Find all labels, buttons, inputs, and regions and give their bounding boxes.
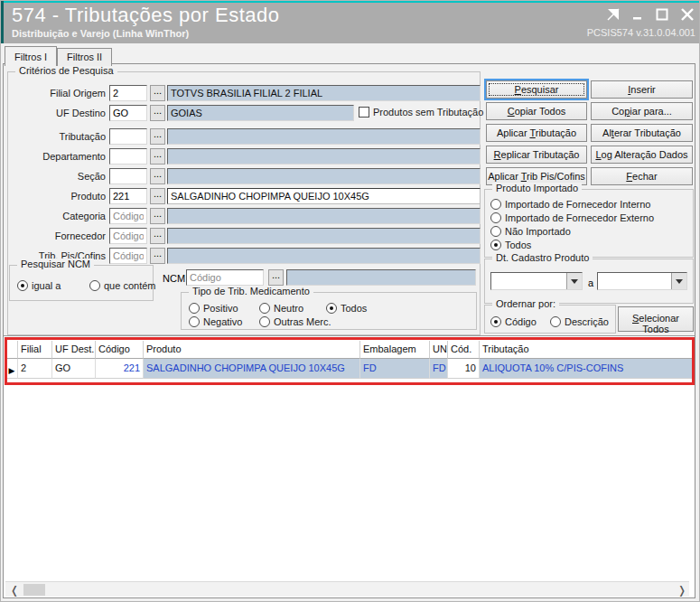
uf-destino-browse-button[interactable]: ...	[150, 105, 165, 121]
radio-positivo[interactable]: Positivo	[189, 302, 238, 314]
fornecedor-input[interactable]	[109, 228, 147, 244]
radio-todos-med-icon	[326, 303, 337, 314]
departamento-label: Departamento	[8, 151, 106, 162]
pesquisar-button[interactable]: Pesquisar	[486, 80, 587, 99]
col-filial: Filial	[18, 341, 52, 359]
radio-todos-importado[interactable]: Todos	[490, 239, 531, 250]
replicar-tributacao-button[interactable]: Replicar Tributação	[486, 146, 587, 164]
radio-todos-importado-icon	[490, 240, 501, 250]
categoria-input[interactable]	[109, 208, 147, 224]
radio-igual-a-icon	[17, 280, 28, 291]
departamento-input[interactable]	[109, 148, 147, 165]
field-row-tributacao: Tributação ...	[8, 128, 480, 145]
radio-neutro-icon	[259, 303, 270, 314]
table-row[interactable]: ▶ 2 GO 221 SALGADINHO CHOPIMPA QUEIJO 10…	[6, 359, 695, 379]
filial-origem-label: Filial Origem	[8, 88, 106, 99]
secao-input[interactable]	[109, 168, 147, 184]
ordenar-por-groupbox: Ordernar por: Código Descrição	[484, 305, 616, 334]
dt-to-dropdown-button[interactable]	[671, 273, 686, 289]
radio-nao-importado[interactable]: Não Importado	[490, 225, 571, 237]
tab-filtros-i[interactable]: Filtros I	[5, 46, 57, 66]
ncm-input[interactable]	[186, 269, 264, 286]
filial-origem-input[interactable]	[109, 85, 147, 101]
trib-pis-cofins-browse-button[interactable]: ...	[150, 248, 165, 264]
tributacao-display	[167, 128, 481, 145]
col-produto: Produto	[144, 341, 360, 359]
radio-neutro[interactable]: Neutro	[259, 302, 303, 314]
col-tributacao: Tributação	[480, 341, 695, 359]
trib-pis-cofins-display	[167, 248, 481, 264]
radio-importado-externo[interactable]: Importado de Fornecedor Externo	[490, 212, 654, 223]
tributacao-browse-button[interactable]: ...	[150, 128, 165, 145]
aplicar-tributacao-button[interactable]: Aplicar Tributação	[486, 124, 587, 142]
trib-pis-cofins-input[interactable]	[109, 248, 147, 264]
categoria-browse-button[interactable]: ...	[150, 208, 165, 224]
radio-todos-med[interactable]: Todos	[326, 302, 367, 314]
filial-origem-browse-button[interactable]: ...	[150, 85, 165, 101]
radio-negativo[interactable]: Negativo	[189, 315, 242, 327]
fornecedor-browse-button[interactable]: ...	[150, 228, 165, 244]
radio-que-contem[interactable]: que contém	[89, 279, 155, 291]
produto-importado-groupbox: Produto Importado Importado de Fornecedo…	[484, 189, 694, 258]
inserir-button[interactable]: Inserir	[591, 80, 693, 99]
maximize-icon[interactable]	[656, 8, 668, 21]
log-alteracao-dados-button[interactable]: Log Alteração Dados	[591, 146, 693, 164]
grid-selector-header	[6, 341, 18, 359]
dt-cadastro-to-combobox[interactable]	[597, 272, 687, 290]
radio-importado-interno[interactable]: Importado de Fornecedor Interno	[490, 198, 650, 210]
cell-filial: 2	[18, 359, 52, 379]
produto-browse-button[interactable]: ...	[150, 188, 165, 204]
horizontal-scrollbar[interactable]: ❬ ❭	[5, 581, 689, 597]
radio-ordenar-codigo[interactable]: Código	[490, 315, 537, 327]
produtos-sem-tributacao-checkbox[interactable]	[359, 107, 369, 118]
cell-codigo: 221	[96, 359, 144, 379]
scroll-right-icon[interactable]: ❭	[675, 583, 689, 597]
chevron-down-icon	[676, 279, 683, 284]
rollup-icon[interactable]	[607, 8, 620, 21]
uf-destino-display: GOIAS	[167, 105, 354, 121]
minimize-icon[interactable]	[632, 8, 643, 21]
tab-filtros-ii[interactable]: Filtros II	[57, 48, 112, 66]
title-bar[interactable]: 574 - Tributações por Estado Distribuiçã…	[1, 1, 700, 43]
categoria-display	[167, 208, 481, 224]
produto-label: Produto	[8, 191, 106, 202]
window-title: 574 - Tributações por Estado	[12, 4, 280, 27]
copiar-todos-button[interactable]: Copiar Todos	[486, 102, 587, 120]
cell-un: FD	[430, 359, 448, 379]
dt-from-dropdown-button[interactable]	[566, 273, 582, 289]
departamento-browse-button[interactable]: ...	[150, 148, 165, 165]
uf-destino-input[interactable]	[109, 105, 147, 121]
ncm-browse-button[interactable]: ...	[268, 269, 284, 286]
radio-ordenar-descricao-icon	[550, 316, 561, 327]
pesquisar-ncm-groupbox: Pesquisar NCM igual a que contém	[9, 265, 154, 301]
results-grid: Filial UF Dest. Código Produto Embalagem…	[6, 341, 695, 379]
app-window: 574 - Tributações por Estado Distribuiçã…	[0, 0, 700, 602]
filters-page: Critérios de Pesquisa Filial Origem ... …	[3, 63, 695, 598]
copiar-para-button[interactable]: Copiar para...	[591, 102, 693, 120]
radio-igual-a[interactable]: igual a	[17, 279, 61, 291]
fechar-button[interactable]: Fechar	[591, 167, 693, 185]
produto-input[interactable]	[109, 188, 147, 204]
radio-ordenar-descricao[interactable]: Descrição	[550, 315, 609, 327]
dt-cadastro-from-combobox[interactable]	[490, 272, 583, 290]
tributacao-input[interactable]	[109, 128, 147, 145]
field-row-departamento: Departamento ...	[8, 148, 480, 165]
ncm-display	[286, 269, 476, 286]
radio-outras-merc-icon	[259, 316, 270, 327]
field-row-fornecedor: Fornecedor ...	[8, 228, 480, 244]
window-subtitle: Distribuição e Varejo (Linha WinThor)	[12, 28, 189, 39]
dt-cadastro-label: Dt. Cadastro Produto	[492, 252, 593, 263]
radio-outras-merc[interactable]: Outras Merc.	[259, 315, 331, 327]
alterar-tributacao-button[interactable]: Alterar Tributação	[591, 124, 693, 142]
secao-browse-button[interactable]: ...	[150, 168, 165, 184]
fornecedor-display	[167, 228, 481, 244]
selecionar-todos-button[interactable]: Selecionar Todos	[618, 306, 694, 332]
field-row-uf-destino: UF Destino ... GOIAS Produtos sem Tribut…	[8, 105, 480, 121]
dt-cadastro-separator: a	[588, 277, 593, 288]
close-icon[interactable]	[681, 8, 694, 21]
scrollbar-thumb[interactable]	[23, 584, 45, 596]
cell-produto: SALGADINHO CHOPIMPA QUEIJO 10X45G	[144, 359, 360, 379]
window-left-accent	[1, 1, 4, 43]
produtos-sem-tributacao-label: Produtos sem Tributação	[373, 107, 483, 118]
scroll-left-icon[interactable]: ❬	[7, 583, 22, 597]
